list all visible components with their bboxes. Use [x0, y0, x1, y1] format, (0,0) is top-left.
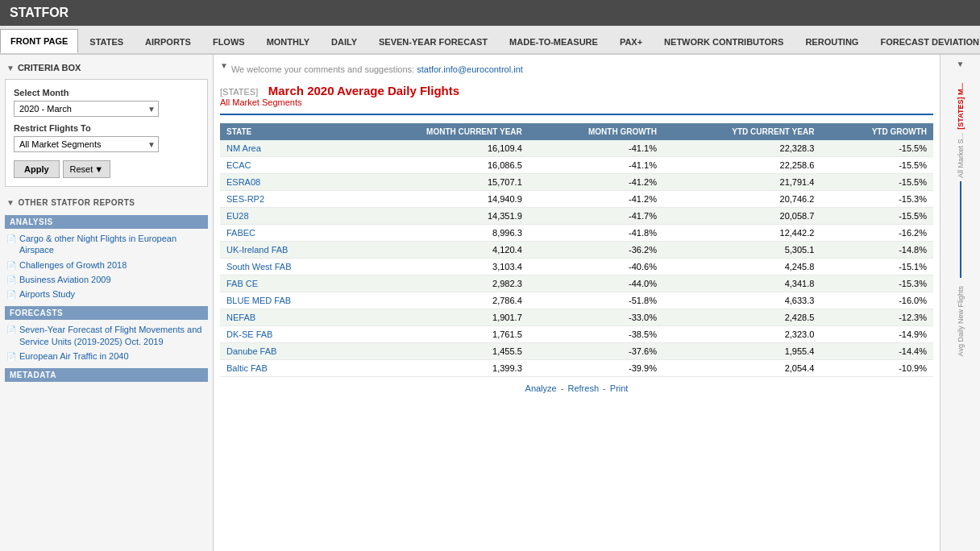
nav-tab-network-contributors[interactable]: NETWORK CONTRIBUTORS	[654, 30, 794, 53]
criteria-collapse-arrow[interactable]: ▼	[6, 64, 15, 72]
table-cell: 2,428.5	[663, 309, 820, 326]
table-header: STATEMONTH CURRENT YEARMONTH GROWTHYTD C…	[220, 123, 933, 140]
table-row: EU2814,351.9-41.7%20,058.7-15.5%	[220, 208, 933, 225]
nav-tab-flows[interactable]: FLOWS	[202, 30, 255, 53]
state-link[interactable]: DK-SE FAB	[226, 329, 272, 339]
criteria-box-header[interactable]: ▼ CRITERIA BOX	[5, 60, 208, 76]
pdf-icon: 📄	[6, 275, 16, 285]
table-cell: 4,341.8	[663, 276, 820, 292]
nav-tab-states[interactable]: STATES	[79, 30, 134, 53]
table-cell-state: ECAC	[220, 157, 349, 174]
table-col-header: MONTH GROWTH	[529, 123, 663, 140]
welcome-email-link[interactable]: statfor.info@eurocontrol.int	[417, 64, 523, 74]
other-reports-title: OTHER STATFOR REPORTS	[18, 198, 135, 207]
state-link[interactable]: Danube FAB	[226, 346, 276, 356]
pdf-icon: 📄	[6, 289, 16, 300]
state-link[interactable]: ECAC	[226, 160, 251, 170]
table-col-header: STATE	[220, 123, 349, 140]
table-cell: -15.5%	[820, 208, 933, 225]
table-cell: 22,328.3	[663, 140, 820, 157]
table-cell: 2,982.3	[349, 276, 529, 292]
nav-tab-monthly[interactable]: MONTHLY	[256, 30, 320, 53]
table-cell: -41.7%	[529, 208, 663, 225]
state-link[interactable]: FABEC	[226, 228, 255, 238]
table-cell: 2,323.0	[663, 326, 820, 343]
select-month-row: Select Month 2020 - March2020 - February…	[14, 88, 199, 117]
apply-button[interactable]: Apply	[14, 160, 60, 178]
table-row: NEFAB1,901.7-33.0%2,428.5-12.3%	[220, 309, 933, 326]
nav-tab-airports[interactable]: AIRPORTS	[135, 30, 201, 53]
nav-tab-forecast-deviation[interactable]: FORECAST DEVIATION	[870, 30, 980, 53]
left-sidebar: ▼ CRITERIA BOX Select Month 2020 - March…	[0, 55, 214, 551]
restrict-select[interactable]: All Market SegmentsCargoNight FlightsEur…	[14, 136, 159, 152]
state-link[interactable]: NM Area	[226, 143, 261, 153]
table-cell: -15.5%	[820, 174, 933, 191]
data-table: STATEMONTH CURRENT YEARMONTH GROWTHYTD C…	[220, 123, 933, 377]
state-link[interactable]: BLUE MED FAB	[226, 296, 291, 305]
analysis-link[interactable]: 📄Cargo & other Night Flights in European…	[5, 231, 208, 258]
analysis-link[interactable]: 📄Airports Study	[5, 287, 208, 301]
state-link[interactable]: Baltic FAB	[226, 363, 268, 373]
state-link[interactable]: FAB CE	[226, 279, 258, 288]
table-cell-state: SES-RP2	[220, 191, 349, 208]
right-collapse-arrow[interactable]: ▼	[957, 60, 965, 68]
market-segment-label: All Market Segments	[220, 97, 933, 107]
table-cell: -15.1%	[820, 259, 933, 276]
table-cell: 2,054.4	[663, 360, 820, 377]
nav-tab-pax-plus[interactable]: PAX+	[609, 30, 653, 53]
forecasts-section-label: FORECASTS	[5, 306, 208, 320]
table-cell: 1,761.5	[349, 326, 529, 343]
analyze-link[interactable]: Analyze	[525, 383, 557, 393]
print-link[interactable]: Print	[610, 383, 629, 393]
state-link[interactable]: UK-Ireland FAB	[226, 245, 288, 255]
nav-tab-daily[interactable]: DAILY	[321, 30, 368, 53]
state-link[interactable]: ESRA08	[226, 177, 260, 187]
other-reports-collapse-arrow[interactable]: ▼	[6, 198, 15, 207]
table-cell: 1,901.7	[349, 309, 529, 326]
state-link[interactable]: NEFAB	[226, 313, 255, 322]
state-link[interactable]: SES-RP2	[226, 194, 264, 204]
table-cell: -15.5%	[820, 140, 933, 157]
table-cell: 21,791.4	[663, 174, 820, 191]
restrict-row: Restrict Flights To All Market SegmentsC…	[14, 123, 199, 152]
table-cell: -14.9%	[820, 326, 933, 343]
refresh-link[interactable]: Refresh	[567, 383, 599, 393]
pdf-icon: 📄	[6, 260, 16, 271]
welcome-prefix: We welcome your comments and suggestions…	[231, 64, 417, 74]
restrict-select-wrapper: All Market SegmentsCargoNight FlightsEur…	[14, 136, 159, 152]
nav-tab-front-page[interactable]: FRONT PAGE	[0, 29, 78, 53]
table-row: NM Area16,109.4-41.1%22,328.3-15.5%	[220, 140, 933, 157]
table-cell: 15,707.1	[349, 174, 529, 191]
nav-tab-rerouting[interactable]: REROUTING	[795, 30, 869, 53]
analysis-link[interactable]: 📄Challenges of Growth 2018	[5, 258, 208, 272]
criteria-box-title: CRITERIA BOX	[18, 63, 81, 72]
forecast-link[interactable]: 📄Seven-Year Forecast of Flight Movements…	[5, 322, 208, 349]
footer-sep1: -	[561, 383, 567, 393]
right-market-label: All Market S...	[957, 133, 965, 178]
right-sidebar: ▼ [STATES] M... All Market S... Avg Dail…	[940, 55, 980, 551]
state-link[interactable]: South West FAB	[226, 262, 292, 271]
main-layout: ▼ CRITERIA BOX Select Month 2020 - March…	[0, 55, 980, 551]
analysis-link[interactable]: 📄Business Aviation 2009	[5, 272, 208, 287]
restrict-label: Restrict Flights To	[14, 123, 199, 133]
table-row: UK-Ireland FAB4,120.4-36.2%5,305.1-14.8%	[220, 242, 933, 259]
table-cell: 1,455.5	[349, 343, 529, 360]
content-collapse-arrow[interactable]: ▼	[220, 61, 228, 70]
table-cell: -40.6%	[529, 259, 663, 276]
pdf-icon: 📄	[6, 234, 16, 244]
table-row: SES-RP214,940.9-41.2%20,746.2-15.3%	[220, 191, 933, 208]
nav-tab-seven-year-forecast[interactable]: SEVEN-YEAR FORECAST	[368, 30, 498, 53]
table-cell: 1,955.4	[663, 343, 820, 360]
state-link[interactable]: EU28	[226, 211, 249, 221]
other-reports-header[interactable]: ▼ OTHER STATFOR REPORTS	[5, 195, 208, 210]
analysis-links: 📄Cargo & other Night Flights in European…	[5, 231, 208, 301]
reset-button[interactable]: Reset ▼	[63, 160, 111, 178]
table-cell: 2,786.4	[349, 292, 529, 309]
month-select[interactable]: 2020 - March2020 - February2020 - Januar…	[14, 101, 159, 117]
nav-tab-made-to-measure[interactable]: MADE-TO-MEASURE	[499, 30, 608, 53]
forecast-link[interactable]: 📄European Air Traffic in 2040	[5, 349, 208, 363]
table-row: South West FAB3,103.4-40.6%4,245.8-15.1%	[220, 259, 933, 276]
table-cell: -41.8%	[529, 225, 663, 242]
table-cell: -37.6%	[529, 343, 663, 360]
right-blue-bar	[960, 181, 961, 278]
